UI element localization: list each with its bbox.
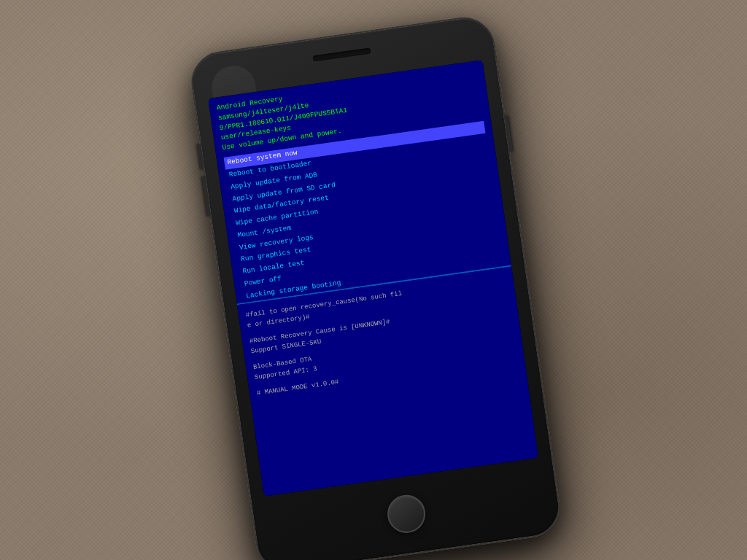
power-button[interactable] [504, 115, 513, 152]
speaker [312, 48, 371, 62]
android-recovery-screen: Android Recovery samsung/j4lteser/j4lte … [208, 60, 511, 303]
phone-screen: Android Recovery samsung/j4lteser/j4lte … [208, 60, 538, 497]
phone-device: Android Recovery samsung/j4lteser/j4lte … [187, 13, 564, 560]
volume-up-button[interactable] [197, 144, 204, 169]
phone-body: Android Recovery samsung/j4lteser/j4lte … [187, 13, 564, 560]
volume-down-button[interactable] [201, 176, 211, 217]
log-output: #fail to open recovery_cause(No such fil… [237, 266, 538, 496]
home-button[interactable] [385, 492, 428, 535]
